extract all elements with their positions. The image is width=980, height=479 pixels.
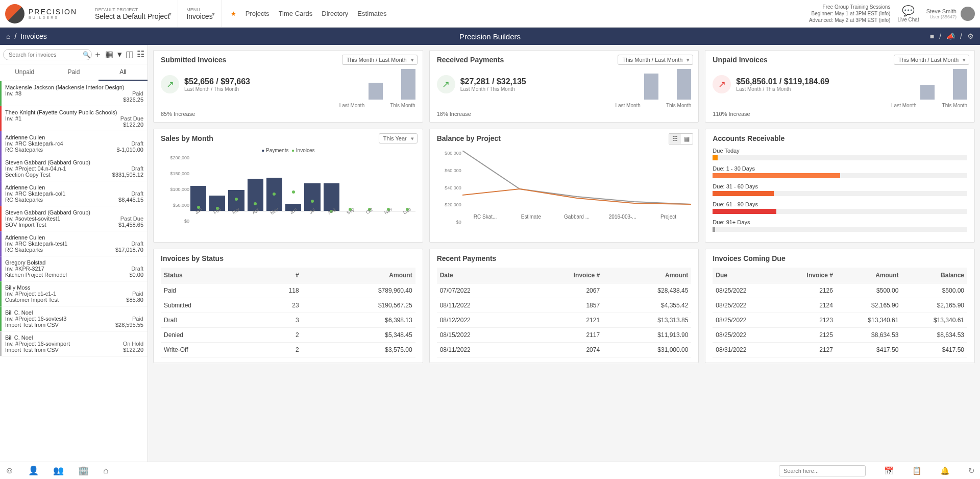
- list-item[interactable]: Bill C. Noel Inv. #Project 16-sovimportO…: [0, 331, 148, 356]
- inv-no: Inv. #sovtest-sovitest1: [5, 215, 60, 222]
- ar-row[interactable]: Due: 31 - 60 Days: [713, 183, 967, 196]
- clipboard-icon[interactable]: 📋: [912, 466, 922, 475]
- list-item[interactable]: Bill C. Noel Inv. #Project 16-sovtest3Pa…: [0, 306, 148, 331]
- table-row[interactable]: Paid118$789,960.40: [161, 283, 415, 298]
- top-nav: ★ Projects Time Cards Directory Estimate…: [222, 10, 387, 17]
- list-item[interactable]: Billy Moss Inv. #Project c1-c1-1Paid Cus…: [0, 281, 148, 306]
- table-row[interactable]: 08/31/20222127$417.50$417.50: [713, 343, 967, 357]
- table-row[interactable]: 08/11/20221857$4,355.42: [437, 298, 692, 313]
- tab-unpaid[interactable]: Unpaid: [0, 64, 49, 81]
- list-item[interactable]: Adrienne Cullen Inv. #RC Skatepark-col1D…: [0, 181, 148, 206]
- table-row[interactable]: 08/25/20222124$2,165.90$2,165.90: [713, 298, 967, 313]
- training-info[interactable]: Free Group Training Sessions Beginner: M…: [809, 4, 890, 23]
- add-icon[interactable]: ＋: [93, 49, 102, 60]
- search-input[interactable]: [3, 49, 92, 60]
- global-search-input[interactable]: [779, 465, 866, 476]
- home-icon[interactable]: ⌂: [103, 466, 108, 476]
- announce-icon[interactable]: 📣: [946, 32, 955, 40]
- td: Write-Off: [161, 343, 256, 357]
- year-dropdown[interactable]: This Year: [379, 133, 418, 143]
- nav-estimates[interactable]: Estimates: [357, 10, 386, 17]
- main: 🔍 ＋ ▦ ▾ ◫ ☷ Unpaid Paid All Mackensie Ja…: [0, 45, 980, 462]
- td: 2: [256, 343, 302, 357]
- bell-icon[interactable]: 🔔: [940, 466, 950, 475]
- tab-all[interactable]: All: [99, 64, 148, 81]
- ar-row[interactable]: Due: 91+ Days: [713, 219, 967, 232]
- table-row[interactable]: Write-Off2$3,575.00: [161, 343, 415, 357]
- live-chat-button[interactable]: 💬 Live Chat: [897, 5, 919, 22]
- search-icon[interactable]: 🔍: [83, 51, 90, 58]
- chat-icon[interactable]: ☺: [5, 466, 14, 476]
- brand-name: PRECISION: [29, 8, 77, 16]
- ar-label: Due: 91+ Days: [713, 219, 967, 225]
- list-item[interactable]: Theo Knight (Fayette County Public Schoo…: [0, 106, 148, 131]
- table-row[interactable]: Denied2$5,348.45: [161, 328, 415, 343]
- card-recent-payments: Recent Payments DateInvoice #Amount07/07…: [429, 249, 699, 363]
- inv-no: Inv. #Project c1-c1-1: [5, 291, 56, 297]
- th: Amount: [836, 268, 902, 283]
- building-icon[interactable]: 🏢: [78, 465, 89, 476]
- sep: /: [939, 32, 941, 40]
- gear-icon[interactable]: ⚙: [967, 32, 974, 40]
- ar-row[interactable]: Due Today: [713, 148, 967, 160]
- nav-projects[interactable]: Projects: [246, 10, 270, 17]
- menu-selector[interactable]: MENU Invoices ▾: [178, 0, 221, 27]
- home-icon[interactable]: ⌂: [6, 32, 10, 40]
- td: Submitted: [161, 298, 256, 313]
- filter-icon[interactable]: ▾: [116, 49, 122, 60]
- period-dropdown[interactable]: This Month / Last Month: [618, 55, 693, 65]
- ar-row[interactable]: Due: 1 - 30 Days: [713, 165, 967, 178]
- inv-project: RC Skateparks: [5, 147, 43, 153]
- bar-label: Last Month: [339, 103, 364, 117]
- table-row[interactable]: 08/12/20222121$13,313.85: [437, 313, 692, 328]
- inv-customer: Mackensie Jackson (Mackensie Interior De…: [5, 84, 143, 90]
- list-item[interactable]: Steven Gabbard (Gabbard Group) Inv. #sov…: [0, 206, 148, 231]
- table-row[interactable]: Draft3$6,398.13: [161, 313, 415, 328]
- list-item[interactable]: Mackensie Jackson (Mackensie Interior De…: [0, 81, 148, 106]
- period-dropdown[interactable]: This Month / Last Month: [894, 55, 969, 65]
- grid-icon[interactable]: ▦: [105, 49, 113, 60]
- view-toggle[interactable]: ☷ ▦: [669, 133, 693, 145]
- kpi-value: $56,856.01 / $119,184.69: [736, 77, 829, 86]
- table-row[interactable]: 08/25/20222125$8,634.53$8,634.53: [713, 328, 967, 343]
- chart-view-icon[interactable]: ☷: [669, 134, 681, 144]
- refresh-icon[interactable]: ↻: [968, 466, 975, 475]
- td: 2121: [525, 313, 603, 328]
- nav-directory[interactable]: Directory: [322, 10, 348, 17]
- columns-icon[interactable]: ◫: [126, 49, 134, 60]
- table-row[interactable]: 08/11/20222074$31,000.00: [437, 343, 692, 357]
- bar-label: Last Month: [891, 103, 916, 117]
- tab-paid[interactable]: Paid: [49, 64, 98, 81]
- inv-status: On Hold: [123, 341, 143, 347]
- logo[interactable]: PRECISION BUILDERS: [5, 4, 87, 23]
- inv-customer: Steven Gabbard (Gabbard Group): [5, 209, 143, 215]
- list-item[interactable]: Steven Gabbard (Gabbard Group) Inv. #Pro…: [0, 156, 148, 181]
- person-icon[interactable]: 👤: [28, 465, 39, 476]
- td: $2,165.90: [836, 298, 902, 313]
- list-item[interactable]: Adrienne Cullen Inv. #RC Skatepark-rc4Dr…: [0, 131, 148, 156]
- default-project-selector[interactable]: DEFAULT PROJECT Select a Default Project…: [87, 0, 178, 27]
- sel-label: DEFAULT PROJECT: [95, 7, 169, 12]
- chevron-down-icon: ▾: [212, 10, 215, 17]
- user-menu[interactable]: Steve Smith User (35647): [926, 7, 975, 21]
- table-row[interactable]: 08/25/20222126$500.00$500.00: [713, 283, 967, 298]
- card-received-payments: Received Payments This Month / Last Mont…: [429, 50, 699, 123]
- people-icon[interactable]: 👥: [53, 465, 64, 476]
- calendar-icon[interactable]: 📅: [884, 466, 894, 475]
- table-row[interactable]: 07/07/20222067$28,438.45: [437, 283, 692, 298]
- table-view-icon[interactable]: ▦: [681, 134, 693, 144]
- chart-icon[interactable]: ☷: [137, 49, 144, 60]
- nav-timecards[interactable]: Time Cards: [279, 10, 313, 17]
- table-row[interactable]: Submitted23$190,567.25: [161, 298, 415, 313]
- table-row[interactable]: 08/15/20222117$11,913.90: [437, 328, 692, 343]
- inv-project: RC Skateparks: [5, 197, 43, 203]
- period-dropdown[interactable]: This Month / Last Month: [342, 55, 418, 65]
- video-icon[interactable]: ■: [930, 32, 934, 40]
- ar-row[interactable]: Due: 61 - 90 Days: [713, 201, 967, 214]
- list-item[interactable]: Adrienne Cullen Inv. #RC Skatepark-test1…: [0, 231, 148, 256]
- invoice-list[interactable]: Mackensie Jackson (Mackensie Interior De…: [0, 81, 148, 462]
- list-item[interactable]: Gregory Bolstad Inv. #KPR-3217Draft Kitc…: [0, 256, 148, 281]
- inv-amount: $85.80: [126, 297, 143, 303]
- table-row[interactable]: 08/25/20222123$13,340.61$13,340.61: [713, 313, 967, 328]
- card-balance-by-project: Balance by Project ☷ ▦ $80,000$60,000$40…: [429, 129, 699, 243]
